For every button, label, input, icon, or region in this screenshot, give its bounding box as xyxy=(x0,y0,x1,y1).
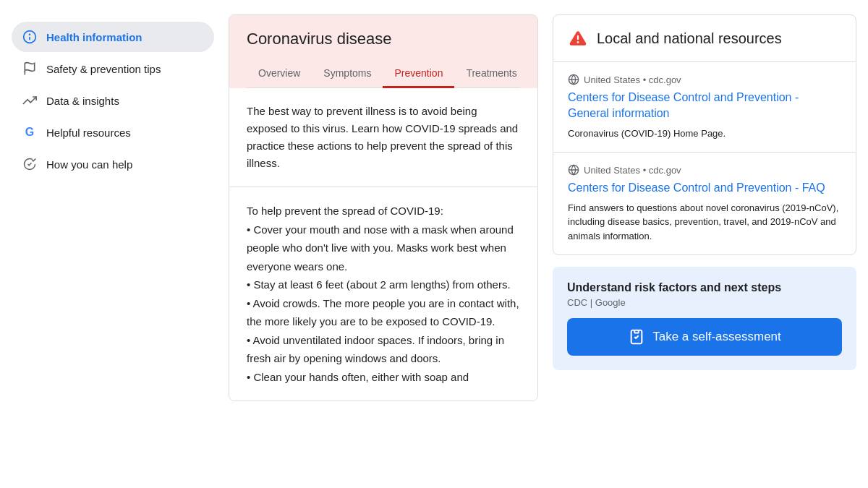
tabs: Overview Symptoms Prevention Treatments xyxy=(247,60,520,88)
tab-treatments[interactable]: Treatments xyxy=(454,60,528,88)
resource-desc-0: Coronavirus (COVID-19) Home Page. xyxy=(568,127,841,141)
sidebar-item-health-information-label: Health information xyxy=(46,31,142,43)
sidebar-item-data-insights-label: Data & insights xyxy=(46,95,119,107)
resources-card: Local and national resources United Stat… xyxy=(553,14,856,255)
resource-source-text-0: United States • cdc.gov xyxy=(584,74,681,85)
resource-source-1: United States • cdc.gov xyxy=(568,164,841,176)
risk-sources: CDC | Google xyxy=(567,297,842,308)
sidebar-item-safety-prevention-label: Safety & prevention tips xyxy=(46,63,161,75)
resource-source-0: United States • cdc.gov xyxy=(568,74,841,85)
resource-source-text-1: United States • cdc.gov xyxy=(584,165,681,176)
assessment-button[interactable]: Take a self-assessment xyxy=(567,318,842,356)
svg-rect-10 xyxy=(634,330,639,333)
helping-hands-icon xyxy=(22,156,38,172)
tab-symptoms[interactable]: Symptoms xyxy=(312,60,383,88)
prevention-text: To help prevent the spread of COVID-19: … xyxy=(247,202,520,386)
sidebar: Health information Safety & prevention t… xyxy=(12,14,214,474)
google-icon: G xyxy=(22,124,38,140)
sidebar-item-how-you-can-help[interactable]: How you can help xyxy=(12,149,214,179)
disease-card: Coronavirus disease Overview Symptoms Pr… xyxy=(229,14,538,401)
sidebar-item-safety-prevention[interactable]: Safety & prevention tips xyxy=(12,53,214,84)
main-panel: Coronavirus disease Overview Symptoms Pr… xyxy=(229,14,538,474)
resources-title: Local and national resources xyxy=(597,30,782,47)
tab-prevention[interactable]: Prevention xyxy=(383,60,454,88)
card-prevention-body: To help prevent the spread of COVID-19: … xyxy=(229,187,537,401)
resource-item-0: United States • cdc.gov Centers for Dise… xyxy=(553,62,856,153)
card-intro-body: The best way to prevent illness is to av… xyxy=(229,88,537,187)
risk-title: Understand risk factors and next steps xyxy=(567,281,842,294)
flag-icon xyxy=(22,61,38,77)
trending-up-icon xyxy=(22,93,38,108)
card-title: Coronavirus disease xyxy=(247,30,520,48)
resources-header: Local and national resources xyxy=(553,15,856,62)
card-header: Coronavirus disease Overview Symptoms Pr… xyxy=(229,15,537,88)
risk-card: Understand risk factors and next steps C… xyxy=(553,267,856,370)
right-panel: Local and national resources United Stat… xyxy=(553,14,856,474)
globe-icon-1 xyxy=(568,164,579,176)
globe-icon-0 xyxy=(568,74,579,85)
sidebar-item-data-insights[interactable]: Data & insights xyxy=(12,85,214,116)
resource-item-1: United States • cdc.gov Centers for Dise… xyxy=(553,153,856,254)
sidebar-item-helpful-resources[interactable]: G Helpful resources xyxy=(12,117,214,147)
assessment-button-label: Take a self-assessment xyxy=(652,330,781,344)
resource-link-0[interactable]: Centers for Disease Control and Preventi… xyxy=(568,91,799,119)
sidebar-item-how-you-can-help-label: How you can help xyxy=(46,158,132,171)
resource-link-1[interactable]: Centers for Disease Control and Preventi… xyxy=(568,181,825,194)
tab-overview[interactable]: Overview xyxy=(247,60,312,88)
info-circle-icon xyxy=(22,29,38,45)
intro-text: The best way to prevent illness is to av… xyxy=(247,103,520,172)
sidebar-item-helpful-resources-label: Helpful resources xyxy=(46,127,131,139)
warning-icon xyxy=(568,28,588,48)
sidebar-item-health-information[interactable]: Health information xyxy=(12,22,214,52)
resource-desc-1: Find answers to questions about novel co… xyxy=(568,201,841,244)
clipboard-check-icon xyxy=(628,328,645,346)
